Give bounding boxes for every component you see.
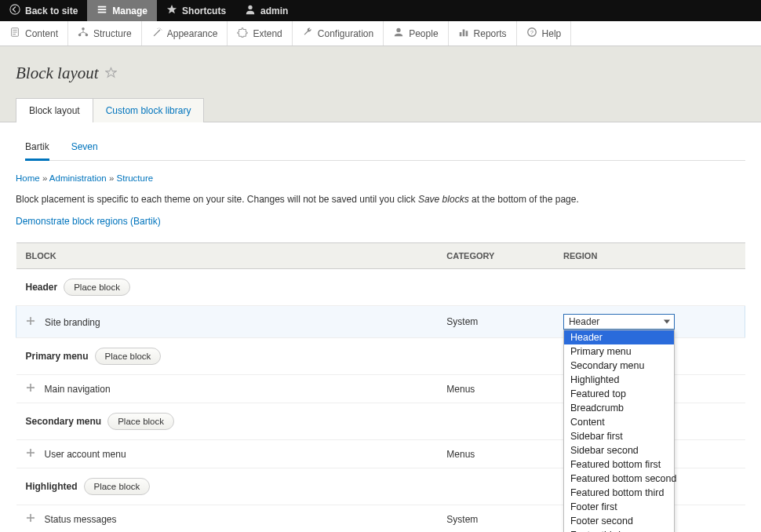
region-option[interactable]: Sidebar first (564, 429, 674, 443)
description-text: Block placement is specific to each them… (16, 194, 745, 205)
place-block-button[interactable]: Place block (95, 348, 162, 365)
svg-point-5 (86, 34, 89, 37)
theme-tab-bartik[interactable]: Bartik (25, 137, 49, 161)
admin-menu-reports[interactable]: Reports (449, 21, 517, 46)
svg-point-0 (10, 5, 20, 14)
admin-menu-people[interactable]: People (384, 21, 448, 46)
people-icon (393, 27, 404, 40)
region-name: Secondary menu (26, 416, 102, 427)
structure-icon (78, 27, 89, 40)
th-region: REGION (555, 243, 745, 269)
toolbar-manage[interactable]: Manage (87, 0, 157, 21)
th-category: CATEGORY (439, 243, 555, 269)
svg-rect-9 (465, 31, 468, 36)
region-option[interactable]: Breadcrumb (564, 401, 674, 415)
breadcrumb-administration[interactable]: Administration (49, 173, 107, 183)
hamburger-icon (96, 4, 107, 17)
place-block-button[interactable]: Place block (84, 478, 151, 495)
region-option[interactable]: Featured bottom third (564, 486, 674, 500)
region-option[interactable]: Header (564, 330, 674, 344)
page-title: Block layout (16, 64, 99, 83)
admin-menu-label: Extend (253, 28, 282, 39)
toolbar-user-label: admin (260, 5, 288, 16)
drag-handle-icon[interactable] (26, 513, 37, 525)
breadcrumb-structure[interactable]: Structure (117, 173, 154, 183)
tab-custom-block-library[interactable]: Custom block library (93, 98, 205, 122)
place-block-button[interactable]: Place block (64, 279, 130, 296)
chevron-left-icon (9, 4, 20, 17)
block-category: Menus (439, 375, 555, 403)
wrench-icon (302, 27, 313, 40)
region-option[interactable]: Featured bottom first (564, 457, 674, 472)
block-name: Status messages (45, 514, 117, 525)
wand-icon (151, 27, 162, 40)
favorite-star-icon[interactable] (105, 67, 117, 81)
region-option[interactable]: Footer third (564, 528, 674, 532)
region-dropdown[interactable]: HeaderPrimary menuSecondary menuHighligh… (563, 330, 675, 532)
admin-menu-label: Appearance (167, 28, 218, 39)
demonstrate-regions-link[interactable]: Demonstrate block regions (Bartik) (16, 216, 161, 227)
admin-menu-label: Configuration (318, 28, 373, 39)
admin-menu-label: Structure (93, 28, 132, 39)
toolbar-manage-label: Manage (112, 5, 147, 16)
toolbar-back-label: Back to site (25, 5, 78, 16)
theme-tabs: Bartik Seven (25, 137, 745, 161)
region-option[interactable]: Sidebar second (564, 443, 674, 457)
breadcrumb-home[interactable]: Home (16, 173, 40, 183)
admin-menu-label: People (409, 28, 438, 39)
user-icon (245, 4, 256, 17)
region-name: Primary menu (26, 351, 89, 362)
toolbar-shortcuts-label: Shortcuts (182, 5, 226, 16)
block-category: Menus (439, 440, 555, 468)
admin-menu-label: Help (542, 28, 562, 39)
breadcrumb: Home » Administration » Structure (16, 173, 745, 183)
region-option[interactable]: Content (564, 415, 674, 429)
toolbar: Back to site Manage Shortcuts admin (0, 0, 761, 21)
toolbar-back[interactable]: Back to site (0, 0, 87, 21)
bar-chart-icon (458, 27, 469, 40)
region-option[interactable]: Secondary menu (564, 359, 674, 373)
page-header-region: Block layout Block layout Custom block l… (0, 46, 761, 122)
region-option[interactable]: Featured top (564, 387, 674, 401)
admin-menu-configuration[interactable]: Configuration (293, 21, 384, 46)
block-name: Site branding (45, 317, 100, 328)
document-icon (9, 27, 20, 40)
admin-menu-label: Content (25, 28, 58, 39)
tab-block-layout[interactable]: Block layout (16, 98, 93, 122)
svg-point-3 (82, 27, 85, 31)
place-block-button[interactable]: Place block (107, 413, 174, 430)
region-name: Header (26, 282, 58, 293)
block-name: Main navigation (45, 384, 111, 395)
drag-handle-icon[interactable] (26, 383, 37, 395)
puzzle-icon (237, 27, 248, 40)
toolbar-shortcuts[interactable]: Shortcuts (157, 0, 235, 21)
admin-menu-extend[interactable]: Extend (228, 21, 292, 46)
admin-menu-label: Reports (474, 28, 507, 39)
admin-menu-structure[interactable]: Structure (68, 21, 142, 46)
drag-handle-icon[interactable] (26, 448, 37, 460)
region-option[interactable]: Footer first (564, 500, 674, 514)
admin-menu-help[interactable]: ? Help (517, 21, 572, 46)
region-option[interactable]: Footer second (564, 514, 674, 528)
admin-menu-appearance[interactable]: Appearance (142, 21, 228, 46)
region-row: HeaderPlace block (16, 269, 745, 306)
svg-rect-7 (459, 32, 461, 36)
svg-text:?: ? (530, 30, 533, 35)
svg-point-1 (248, 5, 252, 9)
region-select[interactable]: Header (563, 314, 675, 330)
toolbar-user[interactable]: admin (235, 0, 297, 21)
region-name: Highlighted (26, 481, 78, 492)
star-icon (166, 4, 177, 17)
admin-menu-content[interactable]: Content (0, 21, 68, 46)
drag-handle-icon[interactable] (26, 316, 37, 328)
region-option[interactable]: Highlighted (564, 373, 674, 387)
block-category: System (439, 306, 555, 338)
svg-rect-8 (462, 30, 464, 37)
theme-tab-seven[interactable]: Seven (71, 137, 98, 160)
region-option[interactable]: Primary menu (564, 344, 674, 359)
block-category: System (439, 505, 555, 533)
region-option[interactable]: Featured bottom second (564, 472, 674, 486)
svg-point-6 (397, 28, 401, 32)
th-block: BLOCK (16, 243, 439, 269)
primary-tabs: Block layout Custom block library (16, 97, 745, 122)
